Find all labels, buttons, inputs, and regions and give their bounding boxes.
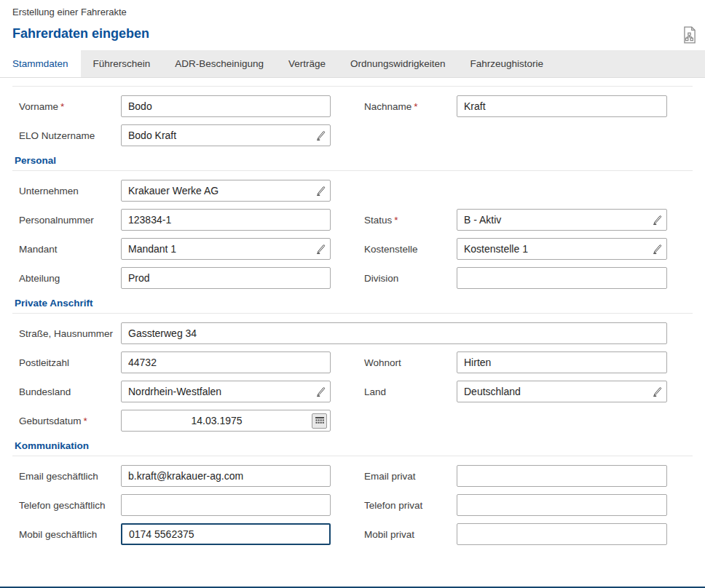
land-field[interactable] xyxy=(457,381,667,402)
pencil-edit-icon[interactable] xyxy=(315,185,327,196)
form-content: Vorname* Nachname* ELO Nutzername Person… xyxy=(0,78,705,545)
elo-nutzername-field[interactable] xyxy=(121,124,331,146)
label-text: Mandant xyxy=(19,244,58,255)
status-label: Status* xyxy=(364,215,457,226)
vorname-field[interactable] xyxy=(121,95,331,117)
wohnort-label: Wohnort xyxy=(364,357,457,368)
tab-adr-bescheinigung[interactable]: ADR-Bescheinigung xyxy=(162,50,276,77)
status-field[interactable] xyxy=(457,209,667,231)
strasse-label: Straße, Hausnummer xyxy=(19,328,121,339)
pencil-edit-icon[interactable] xyxy=(315,243,327,255)
bundesland-input[interactable] xyxy=(122,381,315,402)
divider xyxy=(12,456,693,456)
mandant-field[interactable] xyxy=(121,238,331,260)
label-text: Email geschäftlich xyxy=(19,471,98,482)
form-row: Email geschäftlich Email privat xyxy=(12,465,693,487)
wohnort-input[interactable] xyxy=(457,352,663,373)
geburtsdatum-input[interactable] xyxy=(122,410,312,431)
pencil-edit-icon[interactable] xyxy=(652,243,663,255)
label-text: Mobil geschäftlich xyxy=(19,529,97,540)
mandant-input[interactable] xyxy=(122,239,315,259)
personalnummer-field[interactable] xyxy=(121,209,331,231)
mobil-privat-field[interactable] xyxy=(457,523,667,545)
mobil-privat-input[interactable] xyxy=(457,524,663,544)
telefon-privat-field[interactable] xyxy=(457,494,667,516)
vorname-label: Vorname* xyxy=(19,101,121,112)
abteilung-input[interactable] xyxy=(122,268,327,288)
form-row: Vorname* Nachname* xyxy=(12,95,693,117)
wohnort-field[interactable] xyxy=(457,351,667,373)
email-geschaeftlich-input[interactable] xyxy=(122,466,327,486)
kostenstelle-field[interactable] xyxy=(457,238,667,260)
tab-bar: Stammdaten Führerschein ADR-Bescheinigun… xyxy=(0,50,705,78)
status-input[interactable] xyxy=(457,210,652,230)
unternehmen-field[interactable] xyxy=(121,180,331,202)
pencil-edit-icon[interactable] xyxy=(652,386,663,397)
pencil-edit-icon[interactable] xyxy=(315,386,327,397)
required-marker: * xyxy=(84,416,87,426)
label-text: Status xyxy=(364,215,392,226)
section-private-anschrift: Private Anschrift xyxy=(12,298,693,309)
label-text: Telefon privat xyxy=(364,500,422,511)
strasse-input[interactable] xyxy=(122,323,663,343)
kostenstelle-input[interactable] xyxy=(457,239,652,259)
unternehmen-input[interactable] xyxy=(122,180,315,201)
elo-nutzername-label: ELO Nutzername xyxy=(19,130,121,141)
divider xyxy=(12,170,693,171)
abteilung-field[interactable] xyxy=(121,267,331,289)
page-title: Fahrerdaten eingeben xyxy=(12,25,693,41)
section-kommunikation: Kommunikation xyxy=(12,440,693,452)
label-text: Kostenstelle xyxy=(364,244,418,255)
label-text: Bundesland xyxy=(19,386,71,397)
mobil-geschaeftlich-input[interactable] xyxy=(122,525,326,544)
vorname-input[interactable] xyxy=(122,96,327,116)
tab-ordnungswidrigkeiten[interactable]: Ordnungswidrigkeiten xyxy=(338,50,458,77)
required-marker: * xyxy=(394,215,398,226)
tab-vertraege[interactable]: Verträge xyxy=(276,50,338,77)
bundesland-field[interactable] xyxy=(121,381,331,402)
email-geschaeftlich-field[interactable] xyxy=(121,465,331,487)
tab-fahrzeughistorie[interactable]: Fahrzeughistorie xyxy=(458,50,556,77)
date-picker-button[interactable] xyxy=(312,413,327,429)
label-text: Straße, Hausnummer xyxy=(19,328,113,339)
tab-stammdaten[interactable]: Stammdaten xyxy=(0,50,81,77)
divider xyxy=(12,313,693,314)
nachname-input[interactable] xyxy=(457,96,663,116)
telefon-geschaeftlich-field[interactable] xyxy=(121,494,331,516)
elo-nutzername-input[interactable] xyxy=(122,125,315,146)
email-privat-field[interactable] xyxy=(457,465,667,487)
telefon-privat-input[interactable] xyxy=(457,495,663,515)
divider xyxy=(12,86,693,87)
label-text: Geburtsdatum xyxy=(19,416,82,426)
required-marker: * xyxy=(414,101,417,112)
mobil-geschaeftlich-field[interactable] xyxy=(121,523,331,545)
label-text: Abteilung xyxy=(19,273,60,284)
geburtsdatum-field[interactable] xyxy=(121,410,331,432)
division-input[interactable] xyxy=(457,268,663,288)
label-text: Land xyxy=(364,386,386,397)
strasse-field[interactable] xyxy=(121,322,667,344)
email-privat-label: Email privat xyxy=(364,471,457,482)
form-row: Postleitzahl Wohnort xyxy=(12,351,693,373)
label-text: Postleitzahl xyxy=(19,357,69,368)
label-text: Wohnort xyxy=(364,357,401,368)
land-input[interactable] xyxy=(457,381,652,402)
nachname-field[interactable] xyxy=(457,95,667,117)
label-text: Email privat xyxy=(364,471,416,482)
division-label: Division xyxy=(364,273,457,284)
form-row: Unternehmen xyxy=(12,180,693,202)
pencil-edit-icon[interactable] xyxy=(652,214,663,226)
label-text: Nachname xyxy=(364,101,411,112)
document-structure-icon[interactable] xyxy=(682,26,698,44)
division-field[interactable] xyxy=(457,267,667,289)
postleitzahl-field[interactable] xyxy=(121,351,331,373)
label-text: Division xyxy=(364,273,398,284)
postleitzahl-input[interactable] xyxy=(122,352,327,373)
form-row: Personalnummer Status* xyxy=(12,209,693,231)
breadcrumb: Erstellung einer Fahrerakte xyxy=(12,7,693,17)
telefon-geschaeftlich-input[interactable] xyxy=(122,495,327,515)
tab-fuehrerschein[interactable]: Führerschein xyxy=(81,50,163,77)
email-privat-input[interactable] xyxy=(457,466,663,486)
pencil-edit-icon[interactable] xyxy=(315,130,327,141)
personalnummer-input[interactable] xyxy=(122,210,327,230)
